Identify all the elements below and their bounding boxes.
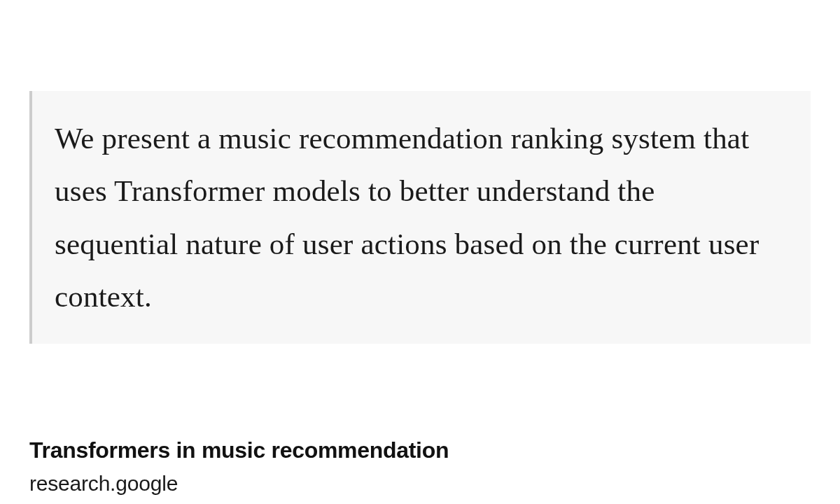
quote-text: We present a music recommendation rankin…	[55, 112, 783, 323]
citation-source: research.google	[29, 472, 811, 496]
citation: Transformers in music recommendation res…	[29, 435, 811, 496]
citation-title: Transformers in music recommendation	[29, 435, 811, 466]
quote-block: We present a music recommendation rankin…	[29, 91, 811, 344]
